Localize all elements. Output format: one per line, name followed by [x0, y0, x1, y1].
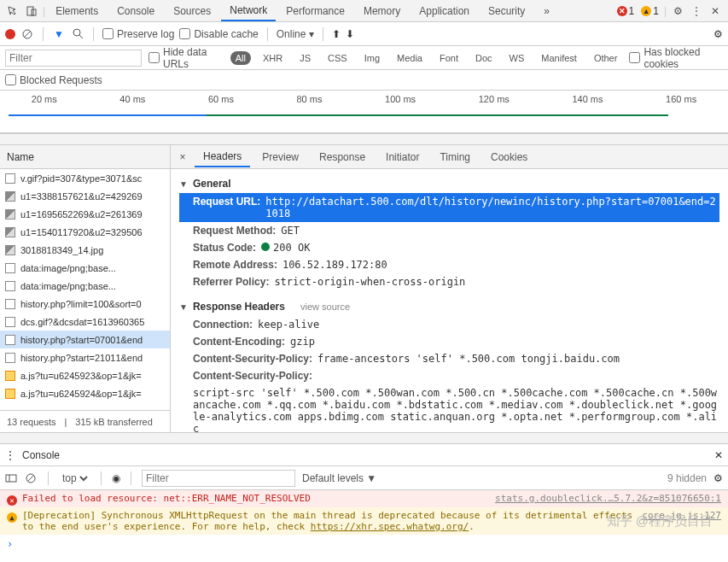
gear-icon[interactable]: ⚙	[668, 2, 687, 20]
img-file-icon	[5, 227, 15, 237]
error-source-link[interactable]: stats.g.doubleclick.…5.7.2&z=851076650:1	[495, 493, 721, 504]
console-warning-row[interactable]: ▲ [Deprecation] Synchronous XMLHttpReque…	[0, 507, 728, 535]
detail-tab-response[interactable]: Response	[311, 148, 374, 167]
row-remote-address: Remote Address: 106.52.189.172:80	[179, 256, 719, 273]
blocked-requests-checkbox[interactable]: Blocked Requests	[5, 74, 102, 86]
timeline-overview[interactable]: 20 ms 40 ms 60 ms 80 ms 100 ms 120 ms 14…	[0, 91, 728, 133]
section-response-headers[interactable]: ▼Response Headersview source	[179, 297, 719, 316]
doc-file-icon	[5, 281, 15, 291]
type-manifest[interactable]: Manifest	[536, 51, 582, 65]
tab-network[interactable]: Network	[221, 1, 276, 21]
img-file-icon	[5, 191, 15, 202]
gear-icon[interactable]: ⚙	[713, 28, 723, 40]
type-js[interactable]: JS	[294, 51, 316, 65]
request-row[interactable]: v.gif?pid=307&type=3071&sc	[0, 169, 170, 187]
img-file-icon	[5, 209, 15, 220]
search-icon[interactable]	[71, 27, 84, 41]
filter-toggle-icon[interactable]: ▼	[52, 27, 66, 41]
tab-console[interactable]: Console	[108, 2, 163, 20]
disable-cache-checkbox[interactable]: Disable cache	[179, 28, 258, 40]
type-media[interactable]: Media	[392, 51, 428, 65]
console-toolbar: top ◉ Default levels ▼ 9 hidden ⚙	[0, 466, 728, 490]
error-icon: ✕	[7, 495, 17, 505]
request-row[interactable]: history.php?start=07001&end	[0, 331, 170, 348]
request-row[interactable]: history.php?start=21011&end	[0, 348, 170, 366]
type-img[interactable]: Img	[359, 51, 385, 65]
console-prompt[interactable]: ›	[0, 535, 728, 553]
eye-icon[interactable]: ◉	[112, 472, 120, 484]
record-button[interactable]	[5, 29, 15, 39]
filter-row: Hide data URLs All XHR JS CSS Img Media …	[0, 46, 728, 70]
upload-icon[interactable]: ⬆	[332, 28, 341, 40]
console-toggle-icon[interactable]	[5, 472, 17, 484]
request-row[interactable]: data:image/png;base...	[0, 259, 170, 277]
request-row[interactable]: u1=1695652269&u2=261369	[0, 205, 170, 223]
warning-source-link[interactable]: core_jg.js:127	[642, 510, 721, 521]
request-row[interactable]: dcs.gif?&dcsdat=1613960365	[0, 313, 170, 331]
detail-tab-headers[interactable]: Headers	[195, 147, 250, 167]
warning-link[interactable]: https://xhr.spec.whatwg.org/	[311, 521, 469, 532]
log-levels-dropdown[interactable]: Default levels ▼	[302, 472, 376, 484]
throttling-dropdown[interactable]: Online▾	[277, 28, 315, 40]
tab-more[interactable]: »	[535, 2, 558, 20]
type-doc[interactable]: Doc	[470, 51, 498, 65]
tab-application[interactable]: Application	[411, 2, 478, 20]
name-column-header[interactable]: Name	[0, 145, 170, 169]
kebab-icon[interactable]: ⋮	[687, 2, 706, 20]
type-xhr[interactable]: XHR	[258, 51, 288, 65]
request-name: v.gif?pid=307&type=3071&sc	[20, 173, 142, 184]
tab-sources[interactable]: Sources	[165, 2, 219, 20]
tab-security[interactable]: Security	[480, 2, 533, 20]
request-row[interactable]: data:image/png;base...	[0, 277, 170, 295]
detail-tab-initiator[interactable]: Initiator	[377, 148, 428, 167]
timeline-tick: 20 ms	[32, 94, 57, 104]
type-font[interactable]: Font	[434, 51, 463, 65]
resize-divider[interactable]	[0, 133, 728, 145]
warning-icon: ▲	[641, 6, 651, 16]
request-row[interactable]: a.js?tu=u6245923&op=1&jk=	[0, 366, 170, 384]
view-source-link[interactable]: view source	[300, 301, 350, 312]
context-dropdown[interactable]: top	[59, 471, 90, 485]
resize-divider[interactable]	[0, 432, 728, 444]
hidden-count[interactable]: 9 hidden	[667, 472, 707, 484]
separator	[48, 471, 49, 485]
request-row[interactable]: u1=3388157621&u2=429269	[0, 187, 170, 205]
type-other[interactable]: Other	[589, 51, 623, 65]
hide-data-urls-checkbox[interactable]: Hide data URLs	[149, 46, 224, 70]
network-toolbar: ▼ Preserve log Disable cache Online▾ ⬆ ⬇…	[0, 22, 728, 46]
request-row[interactable]: 3018818349_14.jpg	[0, 241, 170, 259]
request-name: u1=3388157621&u2=429269	[20, 191, 143, 202]
download-icon[interactable]: ⬇	[346, 28, 354, 40]
tab-performance[interactable]: Performance	[277, 2, 353, 20]
gear-icon[interactable]: ⚙	[713, 472, 723, 484]
error-count[interactable]: ✕ 1	[617, 5, 635, 17]
kebab-icon[interactable]: ⋮	[5, 449, 15, 461]
request-row[interactable]: history.php?limit=100&sort=0	[0, 295, 170, 313]
type-css[interactable]: CSS	[323, 51, 352, 65]
close-detail-icon[interactable]: ×	[174, 151, 191, 163]
console-error-row[interactable]: ✕ Failed to load resource: net::ERR_NAME…	[0, 490, 728, 507]
clear-console-button[interactable]	[24, 471, 38, 485]
inspect-icon[interactable]	[3, 2, 22, 20]
filter-input[interactable]	[5, 50, 142, 67]
detail-tab-preview[interactable]: Preview	[253, 148, 307, 167]
close-icon[interactable]: ✕	[706, 2, 725, 20]
close-icon[interactable]: ✕	[714, 449, 723, 461]
tab-elements[interactable]: Elements	[47, 2, 107, 20]
type-all[interactable]: All	[230, 51, 251, 65]
section-general[interactable]: ▼General	[179, 174, 719, 193]
request-name: u1=1540117920&u2=329506	[20, 227, 143, 237]
tab-memory[interactable]: Memory	[355, 2, 409, 20]
detail-tab-cookies[interactable]: Cookies	[482, 148, 536, 167]
preserve-log-checkbox[interactable]: Preserve log	[102, 28, 174, 40]
has-blocked-cookies-checkbox[interactable]: Has blocked cookies	[629, 46, 723, 70]
clear-button[interactable]	[20, 27, 34, 41]
warning-count[interactable]: ▲ 1	[641, 5, 659, 17]
row-request-url[interactable]: Request URL: http://datachart.500.com/dl…	[179, 193, 719, 222]
device-toggle-icon[interactable]	[22, 2, 41, 20]
type-ws[interactable]: WS	[504, 51, 530, 65]
detail-tab-timing[interactable]: Timing	[431, 148, 479, 167]
request-row[interactable]: a.js?tu=u6245924&op=1&jk=	[0, 384, 170, 402]
console-filter-input[interactable]	[142, 470, 295, 487]
request-row[interactable]: u1=1540117920&u2=329506	[0, 223, 170, 241]
